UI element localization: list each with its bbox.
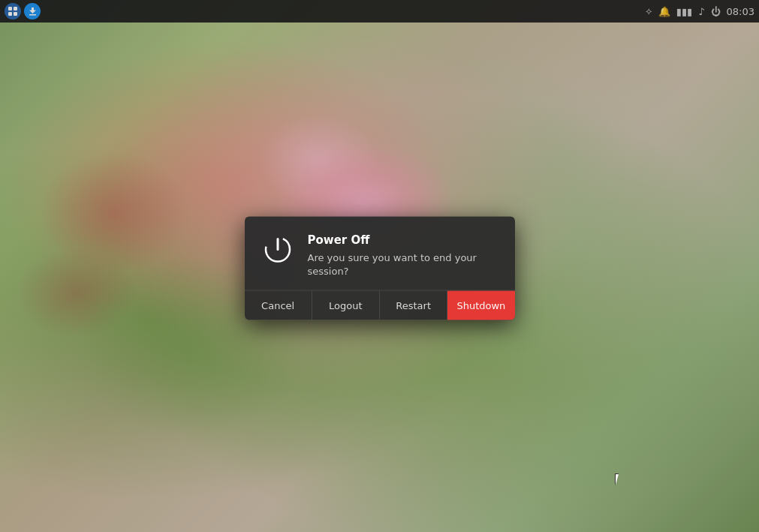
power-off-dialog: Power Off Are you sure you want to end y… (245, 216, 515, 320)
shutdown-button[interactable]: Shutdown (447, 290, 514, 320)
cancel-button[interactable]: Cancel (245, 290, 312, 320)
logout-button[interactable]: Logout (312, 290, 380, 320)
dialog-title: Power Off (308, 233, 500, 246)
power-icon (263, 234, 293, 264)
dialog-text: Power Off Are you sure you want to end y… (308, 231, 500, 278)
restart-button[interactable]: Restart (380, 290, 447, 320)
dialog-message: Are you sure you want to end your sessio… (308, 251, 500, 278)
power-icon-wrap (260, 231, 296, 267)
dialog-buttons: Cancel Logout Restart Shutdown (245, 290, 515, 320)
dialog-header: Power Off Are you sure you want to end y… (245, 216, 515, 290)
